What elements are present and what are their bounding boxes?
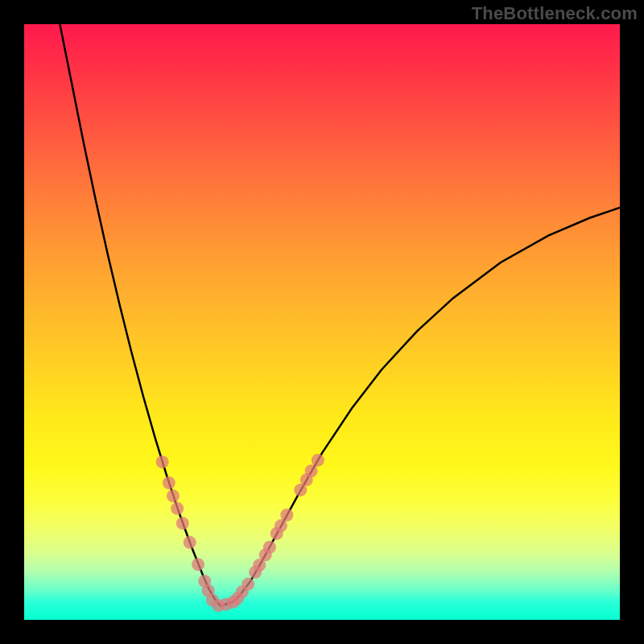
marker-dot [167, 489, 180, 502]
marker-dot [163, 477, 175, 489]
watermark-text: TheBottleneck.com [472, 3, 638, 24]
curve-lines [60, 24, 620, 606]
marker-dot [184, 536, 196, 549]
marker-dot [280, 509, 293, 522]
marker-dot [305, 464, 318, 477]
marker-dot [312, 454, 324, 467]
marker-dot [263, 541, 276, 554]
chart-svg [24, 24, 620, 620]
plot-area [24, 24, 620, 620]
marker-dot [171, 502, 184, 515]
marker-dot [156, 456, 169, 469]
outer-frame: TheBottleneck.com [0, 0, 644, 644]
marker-dot [192, 558, 204, 571]
marker-dot [176, 517, 189, 530]
bottleneck-curve [60, 24, 620, 606]
marker-dots [156, 454, 324, 613]
marker-dot [242, 578, 254, 591]
